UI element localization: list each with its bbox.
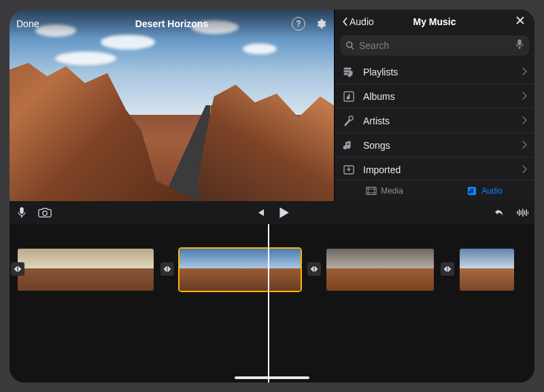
timeline-toolbar bbox=[10, 201, 534, 224]
timeline[interactable] bbox=[10, 224, 534, 382]
done-button[interactable]: Done bbox=[16, 18, 39, 29]
tab-audio[interactable]: Audio bbox=[435, 180, 534, 201]
project-title: Desert Horizons bbox=[10, 18, 334, 29]
preview-frame bbox=[10, 10, 334, 201]
list-music-icon bbox=[343, 66, 355, 78]
video-preview: Done Desert Horizons ? bbox=[10, 10, 334, 201]
album-icon bbox=[343, 90, 355, 103]
category-label: Songs bbox=[363, 140, 390, 151]
category-playlists[interactable]: Playlists bbox=[335, 60, 534, 84]
back-label: Audio bbox=[350, 16, 374, 27]
timeline-clip[interactable] bbox=[460, 249, 514, 291]
search-input[interactable] bbox=[359, 40, 511, 51]
transition-icon[interactable] bbox=[307, 262, 321, 276]
category-label: Albums bbox=[363, 91, 395, 102]
playhead[interactable] bbox=[268, 224, 269, 382]
transition-icon[interactable] bbox=[441, 262, 454, 276]
microphone-icon bbox=[343, 115, 355, 127]
chevron-right-icon bbox=[522, 92, 528, 100]
filmstrip-icon bbox=[366, 186, 377, 196]
category-albums[interactable]: Albums bbox=[335, 84, 534, 109]
category-imported[interactable]: Imported bbox=[335, 158, 534, 179]
category-songs[interactable]: Songs bbox=[335, 133, 534, 158]
chevron-right-icon bbox=[522, 116, 528, 124]
import-icon bbox=[343, 164, 355, 176]
home-indicator bbox=[235, 376, 309, 379]
timeline-clip[interactable] bbox=[18, 249, 154, 291]
chevron-right-icon bbox=[522, 165, 528, 173]
chevron-right-icon bbox=[522, 67, 528, 75]
transition-icon[interactable] bbox=[160, 262, 174, 276]
play-icon[interactable] bbox=[277, 206, 290, 219]
chevron-right-icon bbox=[522, 141, 528, 149]
settings-gear-icon[interactable] bbox=[313, 17, 327, 31]
timeline-clip-selected[interactable] bbox=[180, 249, 301, 291]
category-label: Imported bbox=[363, 164, 401, 175]
chevron-left-icon bbox=[341, 17, 348, 26]
tab-media[interactable]: Media bbox=[335, 180, 435, 201]
category-label: Playlists bbox=[363, 67, 398, 77]
svg-rect-3 bbox=[367, 187, 376, 194]
search-field[interactable] bbox=[340, 35, 529, 56]
voiceover-mic-icon[interactable] bbox=[15, 206, 29, 219]
close-icon bbox=[515, 16, 525, 25]
back-button[interactable]: Audio bbox=[341, 16, 374, 27]
search-icon bbox=[345, 41, 355, 50]
undo-icon[interactable] bbox=[492, 206, 506, 219]
camera-icon[interactable] bbox=[38, 206, 52, 219]
category-artists[interactable]: Artists bbox=[335, 109, 534, 133]
tab-audio-label: Audio bbox=[481, 186, 503, 196]
help-icon[interactable]: ? bbox=[292, 17, 305, 31]
music-note-icon bbox=[343, 139, 355, 152]
category-label: Artists bbox=[363, 115, 390, 126]
transition-icon[interactable] bbox=[11, 262, 24, 276]
audio-waveform-icon[interactable] bbox=[515, 206, 529, 219]
dictation-mic-icon[interactable] bbox=[515, 39, 524, 52]
audio-note-icon bbox=[466, 186, 477, 196]
tab-media-label: Media bbox=[381, 186, 403, 196]
close-panel-button[interactable] bbox=[515, 16, 528, 28]
timeline-clip[interactable] bbox=[326, 249, 434, 291]
skip-back-icon[interactable] bbox=[254, 206, 267, 219]
media-browser-panel: Audio My Music bbox=[334, 10, 534, 201]
music-category-list: Playlists Albums Artists bbox=[335, 60, 534, 179]
